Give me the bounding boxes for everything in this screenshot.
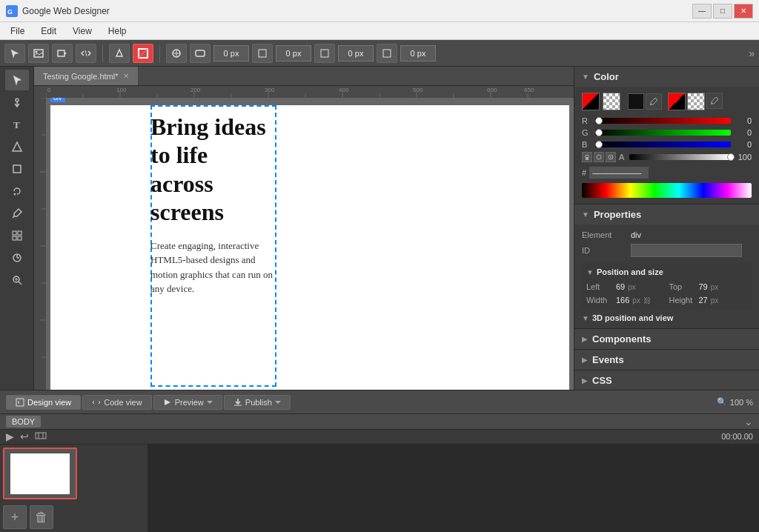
fill-swatch2[interactable]	[668, 93, 686, 110]
events-panel-header[interactable]: ▶ Events	[574, 350, 759, 370]
canvas-body-text: Create engaging, interactive HTML5-based…	[150, 239, 275, 296]
close-button[interactable]: ✕	[734, 4, 753, 19]
image-tool-button[interactable]	[28, 44, 49, 63]
stroke-tool-button[interactable]	[133, 44, 153, 63]
left-pos-item: Left 69 px	[586, 282, 665, 291]
svg-line-68	[711, 103, 712, 104]
text-tool[interactable]: T	[5, 114, 29, 135]
code-view-button[interactable]: Code view	[82, 395, 151, 410]
heading-line3: across	[150, 170, 213, 197]
menu-help[interactable]: Help	[101, 24, 134, 38]
black-swatch[interactable]	[628, 93, 644, 110]
canvas-viewport[interactable]: div Bring ideas to life across screens C…	[46, 98, 574, 390]
id-input[interactable]	[631, 244, 742, 257]
x-position-input[interactable]	[213, 45, 249, 61]
properties-panel-header[interactable]: ▼ Properties	[574, 205, 759, 225]
width-position-input[interactable]	[338, 45, 374, 61]
preview-button[interactable]: Preview	[153, 395, 222, 410]
chain-icon[interactable]	[594, 152, 604, 162]
green-slider[interactable]	[595, 130, 731, 136]
3d-panel-title: 3D position and view	[592, 313, 673, 322]
color-panel-header[interactable]: ▼ Color	[574, 67, 759, 87]
timeline-rewind-button[interactable]: ↩	[20, 430, 29, 442]
rect-tool-button[interactable]	[190, 44, 211, 63]
fill-tool-button[interactable]	[109, 44, 130, 63]
menu-file[interactable]: File	[3, 24, 32, 38]
svg-text:200: 200	[190, 87, 201, 93]
menubar: File Edit View Help	[0, 22, 759, 40]
properties-panel-body: Element div ID ▼ Position and size	[574, 225, 759, 328]
width-pos-item: Width 166 px ⛓	[586, 296, 665, 305]
svg-marker-6	[64, 52, 67, 55]
component-tool[interactable]	[5, 225, 29, 246]
timeline-tracks: + 🗑	[0, 445, 148, 532]
eyedropper-icon[interactable]	[646, 93, 662, 110]
timeline-tool[interactable]	[5, 247, 29, 268]
components-panel-header[interactable]: ▶ Components	[574, 329, 759, 349]
pan-tool[interactable]	[5, 92, 29, 113]
blue-slider[interactable]	[595, 142, 731, 147]
heading-line4: screens	[150, 199, 224, 225]
color-gradient-bar[interactable]	[582, 183, 752, 198]
svg-marker-75	[165, 399, 170, 405]
wand-tool-button[interactable]	[166, 44, 187, 63]
fill-swatch[interactable]	[582, 93, 600, 110]
tab-close-button[interactable]: ✕	[123, 72, 129, 80]
svg-rect-16	[383, 50, 391, 57]
anchor-btn-2[interactable]	[314, 44, 335, 63]
delete-track-button[interactable]: 🗑	[30, 505, 53, 529]
3d-section-header[interactable]: ▼ 3D position and view	[582, 313, 752, 322]
timeline-play-button[interactable]: ▶	[6, 430, 14, 442]
height-position-input[interactable]	[400, 45, 436, 61]
track-frame-1[interactable]	[3, 448, 77, 499]
timeline-time: 00:00.00	[721, 432, 753, 441]
publish-button[interactable]: Publish	[224, 395, 291, 410]
color-panel-body: R 0 G 0	[574, 87, 759, 204]
red-slider[interactable]	[595, 118, 731, 124]
zoom-tool[interactable]	[5, 270, 29, 290]
code-tool-button[interactable]	[76, 44, 96, 63]
anchor-btn-1[interactable]	[252, 44, 273, 63]
eyedropper2-icon[interactable]	[706, 93, 723, 109]
timeline-controls: ▶ ↩ 00:00.00	[0, 430, 759, 445]
add-track-button[interactable]: +	[3, 505, 27, 529]
shape-tool[interactable]	[5, 136, 29, 157]
blue-label: B	[582, 140, 592, 149]
y-position-input[interactable]	[276, 45, 311, 61]
timeline-animation-button[interactable]	[35, 430, 47, 443]
toolbar-more-button[interactable]: »	[749, 47, 755, 59]
css-panel-title: CSS	[592, 375, 612, 386]
alpha-slider[interactable]	[629, 154, 731, 160]
position-expand-icon[interactable]: ▼	[586, 268, 594, 276]
video-tool-button[interactable]	[52, 44, 73, 63]
tab-testing-html[interactable]: Testing Google.html* ✕	[34, 67, 139, 85]
stroke-swatch2[interactable]	[687, 93, 705, 110]
maximize-button[interactable]: □	[713, 4, 732, 19]
design-view-button[interactable]: Design view	[6, 395, 81, 410]
target-icon[interactable]	[606, 152, 616, 162]
select-tool-button[interactable]	[4, 44, 25, 63]
menu-edit[interactable]: Edit	[33, 24, 64, 38]
svg-marker-78	[275, 401, 281, 404]
lock-icon[interactable]	[582, 152, 592, 162]
svg-text:500: 500	[413, 87, 423, 93]
left-label: Left	[586, 282, 613, 291]
svg-text:T: T	[13, 119, 20, 130]
eyedropper-tool[interactable]	[5, 203, 29, 224]
window-controls: — □ ✕	[692, 4, 753, 19]
selection-tool[interactable]	[5, 70, 29, 90]
components-panel-title: Components	[592, 333, 651, 345]
rotate-tool[interactable]	[5, 181, 29, 202]
anchor-btn-3[interactable]	[377, 44, 397, 63]
crop-tool[interactable]	[5, 159, 29, 179]
menu-view[interactable]: View	[65, 24, 99, 38]
main-area: T Testing Google.html* ✕	[0, 67, 759, 390]
zoom-icon: 🔍	[717, 397, 727, 407]
css-panel-header[interactable]: ▶ CSS	[574, 370, 759, 390]
stroke-swatch[interactable]	[603, 93, 620, 110]
timeline-collapse-button[interactable]: ⌄	[744, 416, 753, 428]
hex-input[interactable]	[589, 167, 649, 179]
left-toolbar: T	[0, 67, 34, 390]
minimize-button[interactable]: —	[692, 4, 712, 19]
svg-point-72	[610, 156, 611, 158]
